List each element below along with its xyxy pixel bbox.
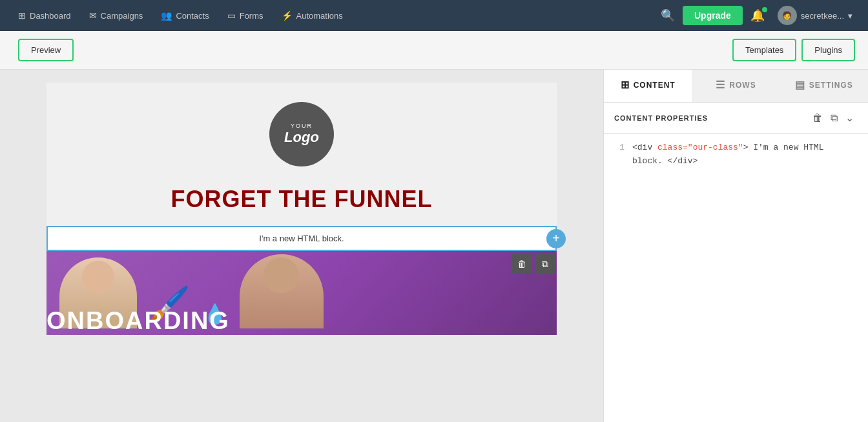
user-menu[interactable]: 🧑 secretkee... ▾ — [772, 3, 858, 28]
plugins-button[interactable]: Plugins — [801, 39, 855, 61]
templates-button[interactable]: Templates — [732, 39, 796, 61]
add-block-button[interactable]: + — [546, 229, 566, 248]
preview-button[interactable]: Preview — [18, 39, 74, 61]
copy-content-button[interactable]: ⧉ — [827, 110, 842, 126]
nav-campaigns-label: Campaigns — [101, 11, 143, 21]
search-button[interactable]: 🔍 — [656, 6, 680, 25]
line-number-1: 1 — [614, 141, 625, 168]
contacts-icon: 👥 — [161, 10, 172, 21]
main-area: YOUR Logo FORGET THE FUNNEL I'm a new HT… — [0, 70, 868, 422]
nav-campaigns[interactable]: ✉ Campaigns — [81, 6, 151, 25]
code-tag-open: <div — [632, 143, 657, 152]
nav-contacts[interactable]: 👥 Contacts — [153, 6, 216, 25]
user-dropdown-icon: ▾ — [848, 11, 852, 21]
canvas-area: YOUR Logo FORGET THE FUNNEL I'm a new HT… — [0, 70, 603, 422]
editor-toolbar: Preview Templates Plugins — [0, 31, 868, 70]
settings-tab-label: SETTINGS — [809, 81, 853, 90]
top-navigation: ⊞ Dashboard ✉ Campaigns 👥 Contacts ▭ For… — [0, 0, 868, 31]
notifications-button[interactable]: 🔔 — [745, 6, 770, 25]
user-name-label: secretkee... — [801, 11, 844, 21]
headline-section: FORGET THE FUNNEL — [46, 179, 557, 226]
html-block-row[interactable]: I'm a new HTML block. + 🗑 ⧉ — [46, 226, 557, 251]
avatar: 🧑 — [778, 6, 797, 25]
code-attr: class= — [657, 143, 688, 152]
content-properties-title: CONTENT PROPERTIES — [614, 114, 809, 122]
logo-section: YOUR Logo — [46, 83, 557, 179]
copy-block-button[interactable]: ⧉ — [535, 254, 555, 274]
block-toolbar: 🗑 ⧉ — [512, 254, 555, 274]
dashboard-icon: ⊞ — [18, 10, 26, 21]
nav-forms[interactable]: ▭ Forms — [220, 6, 271, 25]
nav-contacts-label: Contacts — [176, 11, 209, 21]
campaigns-icon: ✉ — [89, 10, 97, 21]
html-block-text: I'm a new HTML block. — [259, 234, 344, 243]
delete-block-button[interactable]: 🗑 — [512, 254, 532, 274]
headline-text: FORGET THE FUNNEL — [46, 186, 557, 213]
code-string-value: "our-class" — [688, 143, 743, 152]
content-tab-label: CONTENT — [634, 81, 676, 90]
code-content-1: <div class="our-class"> I'm a new HTML b… — [632, 141, 858, 168]
panel-tabs: ⊞ CONTENT ☰ ROWS ▤ SETTINGS — [604, 70, 868, 103]
logo-your-text: YOUR — [291, 123, 313, 129]
image-section: 🖌️ 💧 ONBOARDING — [46, 251, 557, 335]
automations-icon: ⚡ — [282, 10, 293, 21]
onboarding-text: ONBOARDING — [46, 307, 230, 335]
content-tab-icon: ⊞ — [621, 79, 630, 91]
upgrade-button[interactable]: Upgrade — [683, 6, 743, 25]
forms-icon: ▭ — [227, 10, 236, 21]
nav-dashboard-label: Dashboard — [30, 11, 71, 21]
email-canvas: YOUR Logo FORGET THE FUNNEL I'm a new HT… — [46, 83, 557, 335]
nav-automations[interactable]: ⚡ Automations — [274, 6, 351, 25]
tab-settings[interactable]: ▤ SETTINGS — [780, 70, 868, 102]
notification-dot — [762, 7, 767, 12]
code-line-1: 1 <div class="our-class"> I'm a new HTML… — [614, 141, 858, 168]
nav-forms-label: Forms — [240, 11, 264, 21]
content-properties-header: CONTENT PROPERTIES 🗑 ⧉ ⌄ — [604, 103, 868, 134]
delete-content-button[interactable]: 🗑 — [809, 110, 827, 126]
logo-circle: YOUR Logo — [269, 102, 334, 166]
rows-tab-icon: ☰ — [716, 79, 725, 91]
rows-tab-label: ROWS — [729, 81, 756, 90]
logo-main-text: Logo — [284, 129, 319, 146]
tab-content[interactable]: ⊞ CONTENT — [604, 70, 692, 102]
code-editor[interactable]: 1 <div class="our-class"> I'm a new HTML… — [604, 134, 868, 422]
tab-rows[interactable]: ☰ ROWS — [692, 70, 780, 102]
right-panel: ⊞ CONTENT ☰ ROWS ▤ SETTINGS CONTENT PROP… — [603, 70, 868, 422]
collapse-panel-button[interactable]: ⌄ — [842, 109, 858, 126]
settings-tab-icon: ▤ — [795, 79, 805, 91]
nav-automations-label: Automations — [296, 11, 343, 21]
nav-dashboard[interactable]: ⊞ Dashboard — [10, 6, 79, 25]
